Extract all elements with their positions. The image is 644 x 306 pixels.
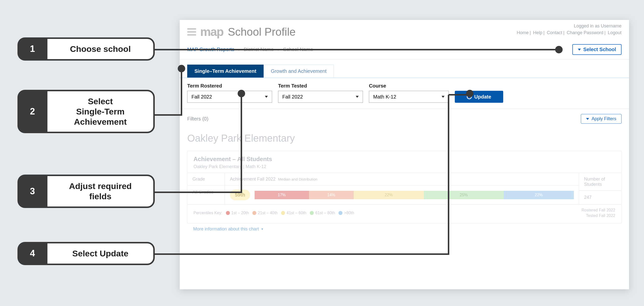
panel-foot: Percentiles Key: 1st – 20th 21st – 40th … <box>188 205 621 223</box>
app-window: map School Profile Logged in as Username… <box>180 20 629 289</box>
panel-body: Grade All Grades Achievement Fall 2022 M… <box>188 173 621 205</box>
header-right: Logged in as Username Home| Help| Contac… <box>517 23 622 35</box>
app-header: map School Profile Logged in as Username… <box>180 20 629 41</box>
chevron-down-icon: ▾ <box>261 227 263 231</box>
filters-label: Filters <box>187 116 201 122</box>
callout-4-label: Select Update <box>48 242 155 265</box>
col-achievement: Achievement Fall 2022 Median and Distrib… <box>225 173 579 204</box>
key-dot-5 <box>338 211 342 215</box>
page-title: School Profile <box>228 26 296 38</box>
caret-down-icon <box>442 96 444 98</box>
caret-down-icon <box>265 96 268 98</box>
menu-icon[interactable] <box>187 28 196 35</box>
panel-foot-right: Rostered Fall 2022 Tested Fall 2022 <box>582 208 615 219</box>
header-links: Home| Help| Contact| Change Password| Lo… <box>517 30 622 35</box>
value-course: Math K-12 <box>373 94 396 100</box>
value-term-tested: Fall 2022 <box>282 94 303 100</box>
achievement-panel: Achievement – All Students Oakley Park E… <box>187 151 622 224</box>
callout-3: 3 Adjust required fields <box>18 175 155 208</box>
rostered-term: Rostered Fall 2022 <box>582 208 615 213</box>
col-number: Number of Students 247 <box>579 173 621 204</box>
callout-1: 1 Choose school <box>18 37 155 61</box>
update-button[interactable]: Update <box>455 91 503 103</box>
distribution-bar: 17% 14% 22% 25% 22% <box>254 191 574 199</box>
filters-row: Filters (0) Apply Filters <box>180 109 629 129</box>
caret-down-icon <box>578 49 581 51</box>
key-1: 1st – 20th <box>232 211 249 215</box>
panel-subtitle: Oakley Park Elementary | Math K-12 <box>194 164 615 169</box>
link-help[interactable]: Help <box>533 30 542 35</box>
link-home[interactable]: Home <box>517 30 529 35</box>
panel-title: Achievement – All Students <box>194 156 615 163</box>
filters-count: (0) <box>202 116 208 122</box>
median-pill: 59th <box>230 190 250 200</box>
col-ach-title: Achievement Fall 2022 <box>230 177 276 182</box>
apply-filters-button[interactable]: Apply Filters <box>581 114 622 124</box>
cell-achievement: 59th 17% 14% 22% 25% 22% <box>225 186 579 204</box>
key-4: 61st – 80th <box>315 211 335 215</box>
key-dot-1 <box>226 211 230 215</box>
update-label: Update <box>474 94 491 100</box>
logged-in-label: Logged in as Username <box>517 23 622 29</box>
cell-number: 247 <box>579 191 621 204</box>
key-dot-2 <box>252 211 256 215</box>
callout-1-num: 1 <box>18 37 48 61</box>
caret-down-icon <box>586 118 589 120</box>
col-ach-header: Achievement Fall 2022 Median and Distrib… <box>225 173 579 186</box>
label-course: Course <box>369 83 449 89</box>
key-dot-4 <box>310 211 314 215</box>
callout-4: 4 Select Update <box>18 242 155 265</box>
select-course[interactable]: Math K-12 <box>369 91 449 103</box>
school-title: Oakley Park Elementary <box>187 133 622 144</box>
key-2: 21st – 40th <box>258 211 278 215</box>
col-ach-subtitle: Median and Distribution <box>278 177 318 181</box>
callout-2-label: Select Single-Term Achievement <box>48 90 155 133</box>
link-logout[interactable]: Logout <box>608 30 622 35</box>
select-term-tested[interactable]: Fall 2022 <box>278 91 363 103</box>
key-dot-3 <box>281 211 285 215</box>
col-grade: Grade All Grades <box>188 173 225 204</box>
callout-2: 2 Select Single-Term Achievement <box>18 90 155 133</box>
select-school-label: Select School <box>583 47 616 52</box>
callout-1-label: Choose school <box>48 37 155 61</box>
link-change-password[interactable]: Change Password <box>566 30 603 35</box>
seg-80-plus: 22% <box>504 191 574 199</box>
seg-41-60: 22% <box>354 191 424 199</box>
seg-1-20: 17% <box>254 191 309 199</box>
select-school-button[interactable]: Select School <box>572 44 622 55</box>
label-term-tested: Term Tested <box>278 83 363 89</box>
more-info-label: More information about this chart <box>193 227 259 232</box>
ctrl-term-rostered: Term Rostered Fall 2022 <box>187 83 272 103</box>
tabs: Single–Term Achievement Growth and Achie… <box>180 65 629 78</box>
panel-head: Achievement – All Students Oakley Park E… <box>188 151 621 173</box>
select-term-rostered[interactable]: Fall 2022 <box>187 91 272 103</box>
key-5: >80th <box>344 211 354 215</box>
ctrl-course: Course Math K-12 <box>369 83 449 103</box>
link-contact[interactable]: Contact <box>547 30 562 35</box>
value-term-rostered: Fall 2022 <box>192 94 212 100</box>
key-3: 41st – 60th <box>286 211 306 215</box>
seg-21-40: 14% <box>309 191 354 199</box>
results-area: Oakley Park Elementary Achievement – All… <box>180 133 629 239</box>
logo: map <box>200 25 224 39</box>
more-info-link[interactable]: More information about this chart ▾ <box>187 224 622 232</box>
apply-filters-label: Apply Filters <box>592 116 616 121</box>
tab-growth-achievement[interactable]: Growth and Achievement <box>264 65 334 77</box>
tested-term: Tested Fall 2022 <box>582 213 615 219</box>
controls-row: Term Rostered Fall 2022 Term Tested Fall… <box>180 78 629 109</box>
callout-4-num: 4 <box>18 242 48 265</box>
callout-3-num: 3 <box>18 175 48 208</box>
label-term-rostered: Term Rostered <box>187 83 272 89</box>
col-grade-header: Grade <box>188 173 225 186</box>
percentiles-key-label: Percentiles Key: <box>194 211 222 215</box>
callout-3-label: Adjust required fields <box>48 175 155 208</box>
caret-down-icon <box>356 96 359 98</box>
tab-single-term[interactable]: Single–Term Achievement <box>187 65 264 77</box>
ctrl-term-tested: Term Tested Fall 2022 <box>278 83 363 103</box>
callout-2-num: 2 <box>18 90 48 133</box>
seg-61-80: 25% <box>424 191 504 199</box>
col-num-header: Number of Students <box>579 173 621 191</box>
